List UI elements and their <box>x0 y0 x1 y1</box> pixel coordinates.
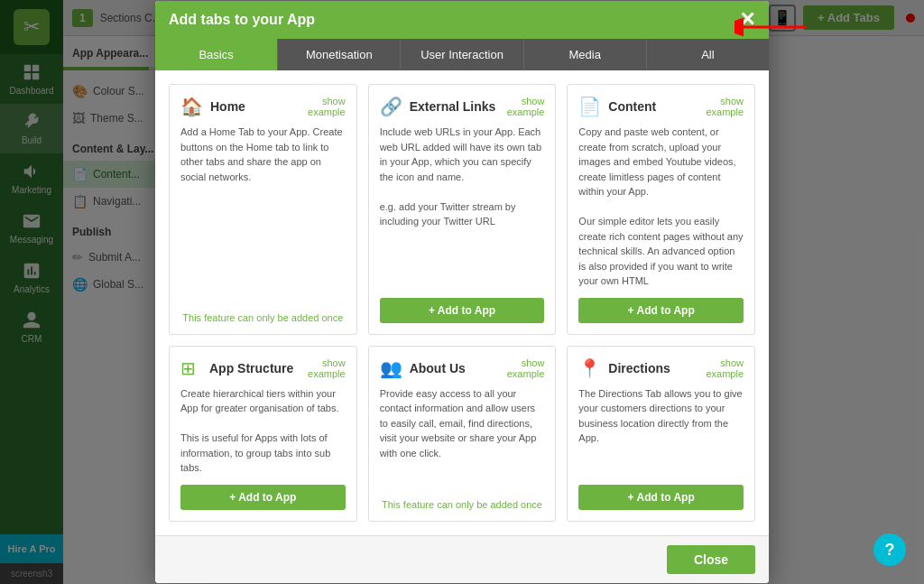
modal-overlay[interactable]: Add tabs to your App ✕ Basics Monetisati… <box>0 0 924 584</box>
card-home-show-example[interactable]: showexample <box>308 96 346 117</box>
card-content-header: 📄 Content showexample <box>578 96 744 117</box>
card-directions-header: 📍 Directions showexample <box>578 357 744 379</box>
modal-tab-basics[interactable]: Basics <box>155 39 278 70</box>
card-about-us-header: 👥 About Us showexample <box>380 357 545 379</box>
card-external-links-header: 🔗 External Links showexample <box>380 96 545 117</box>
feature-once-about-us: This feature can only be added once <box>380 499 545 510</box>
modal-header: Add tabs to your App ✕ <box>155 1 769 39</box>
content-card-icon: 📄 <box>578 96 601 117</box>
card-home: 🏠 Home showexample Add a Home Tab to you… <box>169 84 357 335</box>
card-app-structure-header: ⊞ App Structure showexample <box>180 357 346 379</box>
home-icon: 🏠 <box>180 96 203 117</box>
add-app-structure-button[interactable]: + Add to App <box>180 485 346 510</box>
modal-tab-all[interactable]: All <box>647 39 769 70</box>
card-home-title: Home <box>210 99 300 114</box>
card-app-structure: ⊞ App Structure showexample Create hiera… <box>169 346 357 522</box>
card-app-structure-footer: + Add to App <box>180 485 346 510</box>
add-content-button[interactable]: + Add to App <box>578 298 744 323</box>
card-directions: 📍 Directions showexample The Directions … <box>567 346 755 522</box>
card-directions-show-example[interactable]: showexample <box>706 357 744 379</box>
card-about-us-title: About Us <box>410 361 500 375</box>
modal-body: 🏠 Home showexample Add a Home Tab to you… <box>155 70 769 535</box>
card-content-body: Copy and paste web content, or create fr… <box>578 125 744 289</box>
add-directions-button[interactable]: + Add to App <box>578 485 744 510</box>
card-content-show-example[interactable]: showexample <box>706 96 744 117</box>
modal: Add tabs to your App ✕ Basics Monetisati… <box>155 1 769 583</box>
card-about-us: 👥 About Us showexample Provide easy acce… <box>368 346 557 522</box>
card-home-header: 🏠 Home showexample <box>180 96 346 117</box>
modal-close-button[interactable]: ✕ <box>739 10 755 30</box>
card-external-links-show-example[interactable]: showexample <box>507 96 545 117</box>
card-external-links-footer: + Add to App <box>380 298 545 323</box>
card-content-footer: + Add to App <box>578 298 744 323</box>
card-external-links: 🔗 External Links showexample Include web… <box>368 84 557 335</box>
card-content: 📄 Content showexample Copy and paste web… <box>567 84 755 335</box>
card-directions-footer: + Add to App <box>578 485 744 510</box>
card-about-us-body: Provide easy access to all your contact … <box>380 386 545 483</box>
card-app-structure-body: Create hierarchical tiers within your Ap… <box>180 386 346 476</box>
card-directions-title: Directions <box>608 361 698 375</box>
card-content-title: Content <box>608 99 698 114</box>
card-app-structure-show-example[interactable]: showexample <box>308 357 346 379</box>
card-home-body: Add a Home Tab to your App. Create butto… <box>180 125 346 296</box>
modal-tabs: Basics Monetisation User Interaction Med… <box>155 39 769 70</box>
card-external-links-body: Include web URLs in your App. Each web U… <box>380 125 545 289</box>
directions-icon: 📍 <box>578 357 601 379</box>
modal-title: Add tabs to your App <box>169 12 315 28</box>
external-links-icon: 🔗 <box>380 96 402 117</box>
card-external-links-title: External Links <box>410 99 500 114</box>
feature-once-home: This feature can only be added once <box>180 312 346 323</box>
app-structure-icon: ⊞ <box>180 357 202 379</box>
card-about-us-footer: This feature can only be added once <box>380 492 545 510</box>
modal-tab-media[interactable]: Media <box>524 39 647 70</box>
card-home-footer: This feature can only be added once <box>180 305 346 323</box>
card-directions-body: The Directions Tab allows you to give yo… <box>578 386 744 476</box>
card-about-us-show-example[interactable]: showexample <box>507 357 545 379</box>
footer-close-button[interactable]: Close <box>667 545 755 574</box>
modal-tab-monetisation[interactable]: Monetisation <box>278 39 401 70</box>
help-button[interactable]: ? <box>873 533 906 566</box>
card-app-structure-title: App Structure <box>209 361 300 375</box>
modal-tab-user-interaction[interactable]: User Interaction <box>401 39 523 70</box>
add-external-links-button[interactable]: + Add to App <box>380 298 545 323</box>
modal-footer: Close <box>155 535 769 583</box>
about-us-icon: 👥 <box>380 357 402 379</box>
